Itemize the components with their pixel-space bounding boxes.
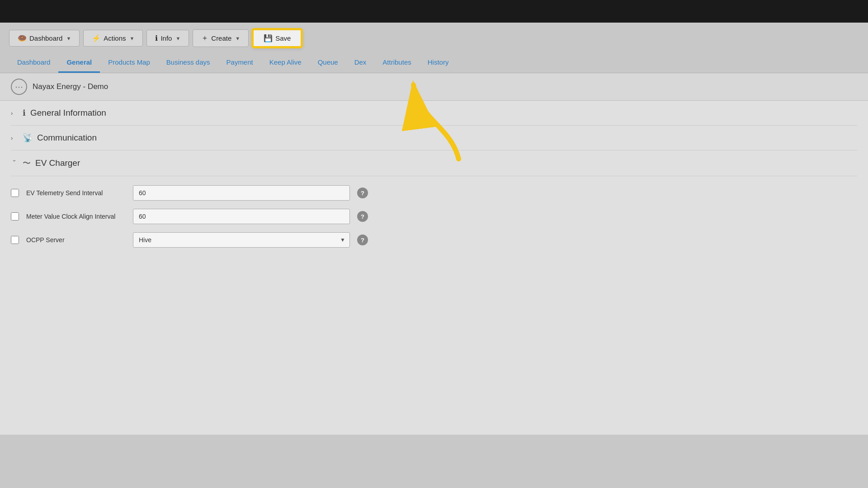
- actions-label: Actions: [104, 34, 126, 42]
- general-information-icon: ℹ: [23, 108, 26, 118]
- ev-charger-section: › 〜 EV Charger EV Telemetry Send Interva…: [0, 150, 868, 265]
- tab-payment[interactable]: Payment: [218, 54, 261, 73]
- tab-keep-alive[interactable]: Keep Alive: [261, 54, 310, 73]
- ocpp-server-checkbox[interactable]: [11, 236, 19, 244]
- communication-icon: 📡: [23, 133, 33, 143]
- general-information-header[interactable]: › ℹ General Information: [11, 101, 857, 126]
- create-label: Create: [211, 34, 231, 42]
- ev-charger-title: EV Charger: [35, 158, 80, 168]
- general-information-title: General Information: [30, 108, 106, 118]
- communication-chevron: ›: [11, 135, 18, 141]
- tab-history[interactable]: History: [420, 54, 457, 73]
- tab-attributes[interactable]: Attributes: [374, 54, 419, 73]
- info-label: Info: [160, 34, 172, 42]
- dashboard-button[interactable]: 🍩 Dashboard ▼: [9, 30, 80, 47]
- ev-telemetry-checkbox[interactable]: [11, 189, 19, 197]
- tabs-bar: Dashboard General Products Map Business …: [0, 54, 868, 73]
- entity-icon: ⋯: [11, 79, 27, 95]
- ocpp-server-select-wrap: Hive Other ▼: [133, 232, 350, 248]
- ev-charger-icon: 〜: [23, 158, 31, 169]
- meter-value-input[interactable]: [133, 209, 350, 224]
- create-icon: ＋: [201, 33, 208, 43]
- ev-telemetry-row: EV Telemetry Send Interval ?: [11, 185, 857, 201]
- ev-telemetry-label: EV Telemetry Send Interval: [26, 189, 126, 197]
- info-icon: ℹ: [155, 34, 158, 42]
- content-area: ⋯ Nayax Energy - Demo › ℹ General Inform…: [0, 73, 868, 435]
- ocpp-server-select[interactable]: Hive Other: [133, 232, 350, 248]
- save-button[interactable]: 💾 Save: [252, 29, 302, 47]
- ev-charger-chevron: ›: [11, 160, 18, 167]
- actions-chevron: ▼: [129, 36, 134, 41]
- tab-business-days[interactable]: Business days: [158, 54, 218, 73]
- ev-charger-header[interactable]: › 〜 EV Charger: [11, 150, 857, 176]
- tab-queue[interactable]: Queue: [310, 54, 346, 73]
- ev-telemetry-input[interactable]: [133, 185, 350, 201]
- save-label: Save: [275, 34, 291, 42]
- general-information-chevron: ›: [11, 110, 18, 117]
- tab-products-map[interactable]: Products Map: [100, 54, 158, 73]
- ev-charger-content: EV Telemetry Send Interval ? Meter Value…: [11, 176, 857, 265]
- create-button[interactable]: ＋ Create ▼: [193, 29, 249, 47]
- entity-row: ⋯ Nayax Energy - Demo: [0, 73, 868, 101]
- info-chevron: ▼: [175, 36, 180, 41]
- meter-value-row: Meter Value Clock Align Interval ?: [11, 209, 857, 224]
- ocpp-server-help[interactable]: ?: [357, 235, 368, 245]
- toolbar: 🍩 Dashboard ▼ ⚡ Actions ▼ ℹ Info ▼ ＋ Cre…: [0, 23, 868, 54]
- meter-value-label: Meter Value Clock Align Interval: [26, 213, 126, 220]
- create-chevron: ▼: [235, 36, 240, 41]
- communication-title: Communication: [37, 133, 97, 143]
- communication-section: › 📡 Communication: [0, 126, 868, 150]
- general-information-section: › ℹ General Information: [0, 101, 868, 126]
- ocpp-server-label: OCPP Server: [26, 236, 126, 244]
- meter-value-checkbox[interactable]: [11, 212, 19, 221]
- tab-dashboard[interactable]: Dashboard: [9, 54, 58, 73]
- main-area: 🍩 Dashboard ▼ ⚡ Actions ▼ ℹ Info ▼ ＋ Cre…: [0, 23, 868, 488]
- dashboard-icon: 🍩: [18, 34, 27, 42]
- top-bar: [0, 0, 868, 23]
- communication-header[interactable]: › 📡 Communication: [11, 126, 857, 150]
- save-icon: 💾: [264, 34, 273, 42]
- actions-icon: ⚡: [92, 34, 101, 42]
- tab-dex[interactable]: Dex: [346, 54, 375, 73]
- entity-name: Nayax Energy - Demo: [33, 82, 108, 91]
- ev-telemetry-help[interactable]: ?: [357, 188, 368, 198]
- meter-value-help[interactable]: ?: [357, 211, 368, 222]
- dashboard-chevron: ▼: [66, 36, 71, 41]
- actions-button[interactable]: ⚡ Actions ▼: [83, 30, 143, 47]
- tab-general[interactable]: General: [58, 54, 100, 73]
- info-button[interactable]: ℹ Info ▼: [146, 30, 189, 47]
- dashboard-label: Dashboard: [29, 34, 62, 42]
- ocpp-server-row: OCPP Server Hive Other ▼ ?: [11, 232, 857, 248]
